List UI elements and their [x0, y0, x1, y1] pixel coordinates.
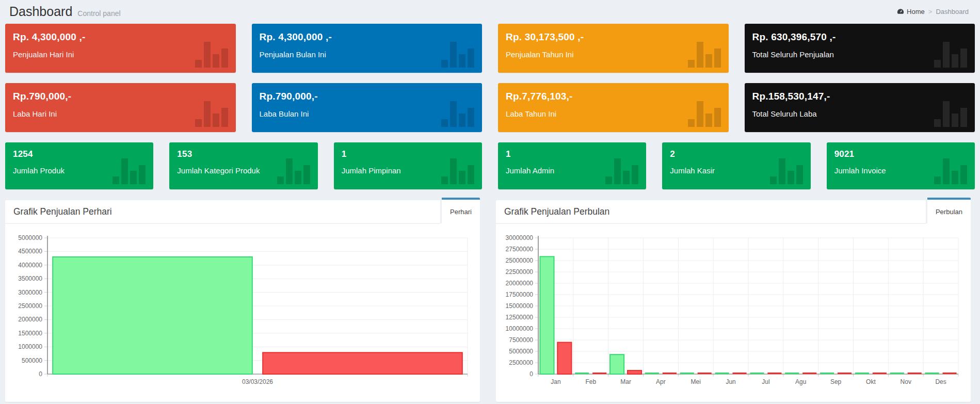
svg-text:2500000: 2500000	[18, 302, 42, 310]
stat-value: Rp.158,530,147,-	[752, 91, 968, 102]
stat-box: Rp. 630,396,570 ,-Total Seluruh Penjuala…	[745, 24, 975, 73]
svg-text:Agu: Agu	[795, 378, 806, 385]
svg-text:22500000: 22500000	[506, 268, 534, 276]
stat-value: 1	[342, 149, 474, 159]
svg-text:Apr: Apr	[656, 378, 666, 385]
svg-text:1000000: 1000000	[18, 343, 42, 350]
svg-text:30000000: 30000000	[506, 234, 534, 241]
svg-text:12500000: 12500000	[506, 314, 534, 321]
tab-perhari[interactable]: Perhari	[442, 198, 480, 223]
panel-perbulan-header: Grafik Penjualan Perbulan Perbulan	[496, 200, 971, 223]
stat-value: Rp. 30,173,500 ,-	[506, 31, 721, 43]
svg-text:5000000: 5000000	[509, 348, 533, 355]
svg-text:10000000: 10000000	[506, 325, 534, 332]
svg-text:3000000: 3000000	[18, 289, 42, 296]
stat-value: 2	[670, 149, 802, 159]
bar-chart-icon	[441, 158, 474, 184]
page-header: Dashboard Control panel Home > Dashboard	[5, 0, 975, 24]
bar-chart-icon	[934, 158, 967, 184]
stat-value: 9021	[834, 149, 967, 159]
stat-box: Rp.790,000,-Laba Hari Ini	[5, 83, 236, 132]
breadcrumb-separator: >	[928, 8, 933, 15]
perhari-bar-chart: 0500000100000015000002000000250000030000…	[9, 227, 476, 397]
svg-text:Mar: Mar	[620, 378, 631, 385]
panel-perhari-header: Grafik Penjualan Perhari Perhari	[5, 200, 480, 223]
svg-text:4000000: 4000000	[18, 262, 42, 269]
svg-text:7500000: 7500000	[509, 336, 533, 344]
breadcrumb: Home > Dashboard	[897, 8, 971, 15]
panel-perhari-body: 0500000100000015000002000000250000030000…	[5, 223, 480, 402]
stat-box: Rp.7,776,103,-Laba Tahun Ini	[498, 83, 729, 132]
svg-text:03/03/2026: 03/03/2026	[242, 378, 273, 385]
page-subtitle: Control panel	[77, 9, 120, 18]
svg-text:0: 0	[39, 370, 42, 378]
stat-value: 1254	[13, 149, 146, 159]
svg-text:0: 0	[529, 370, 533, 378]
panel-perbulan-title: Grafik Penjualan Perbulan	[496, 200, 926, 223]
svg-text:17500000: 17500000	[506, 291, 534, 298]
bar-chart-icon	[195, 42, 228, 68]
count-row: 1254Jumlah Produk153Jumlah Kategori Prod…	[5, 142, 975, 189]
svg-text:25000000: 25000000	[506, 257, 534, 264]
stat-value: Rp. 4,300,000 ,-	[13, 31, 228, 43]
svg-text:5000000: 5000000	[18, 234, 42, 241]
breadcrumb-home-label: Home	[907, 8, 925, 15]
svg-text:500000: 500000	[22, 357, 42, 364]
stat-value: Rp.790,000,-	[260, 91, 475, 102]
svg-text:Jan: Jan	[551, 378, 560, 385]
perbulan-bar-chart: 0250000050000007500000100000001250000015…	[500, 227, 967, 397]
bar-chart-icon	[688, 42, 721, 68]
stat-box: 1Jumlah Admin	[498, 142, 646, 189]
dashboard-content: Dashboard Control panel Home > Dashboard…	[0, 0, 980, 402]
svg-text:Nov: Nov	[901, 378, 911, 385]
bar-chart-icon	[277, 158, 310, 184]
svg-text:1500000: 1500000	[18, 330, 42, 337]
panel-perhari: Grafik Penjualan Perhari Perhari 0500000…	[5, 200, 480, 402]
svg-text:Jun: Jun	[726, 378, 735, 385]
stat-row-laba: Rp.790,000,-Laba Hari IniRp.790,000,-Lab…	[5, 83, 975, 132]
panel-perhari-title: Grafik Penjualan Perhari	[5, 200, 440, 223]
panel-perbulan: Grafik Penjualan Perbulan Perbulan 02500…	[496, 200, 971, 402]
svg-text:4500000: 4500000	[18, 248, 42, 255]
title-wrap: Dashboard Control panel	[9, 4, 121, 19]
stat-value: Rp.790,000,-	[13, 91, 228, 102]
svg-text:3500000: 3500000	[18, 275, 42, 282]
bar-chart-icon	[441, 42, 474, 68]
svg-text:Des: Des	[935, 378, 946, 385]
stat-value: Rp.7,776,103,-	[506, 91, 721, 102]
stat-value: Rp. 4,300,000 ,-	[260, 31, 475, 43]
bar-chart-icon	[113, 158, 146, 184]
svg-text:Mei: Mei	[691, 378, 701, 385]
tab-perbulan[interactable]: Perbulan	[927, 198, 971, 223]
breadcrumb-current: Dashboard	[936, 8, 969, 15]
stat-box: Rp. 4,300,000 ,-Penjualan Hari Ini	[5, 24, 236, 73]
page-title: Dashboard	[9, 4, 72, 19]
stat-box: Rp.790,000,-Laba Bulan Ini	[252, 83, 483, 132]
svg-text:Okt: Okt	[866, 378, 876, 385]
stat-box: 1Jumlah Pimpinan	[334, 142, 482, 189]
bar-chart-icon	[605, 158, 638, 184]
bar-chart-icon	[441, 101, 474, 127]
svg-text:Sep: Sep	[830, 378, 842, 385]
svg-text:Jul: Jul	[762, 378, 769, 385]
stat-box: 2Jumlah Kasir	[662, 142, 810, 189]
stat-box: Rp. 4,300,000 ,-Penjualan Bulan Ini	[252, 24, 483, 73]
stat-box: 1254Jumlah Produk	[5, 142, 153, 189]
svg-text:27500000: 27500000	[506, 246, 534, 253]
breadcrumb-home-link[interactable]: Home	[897, 8, 925, 15]
panel-perbulan-body: 0250000050000007500000100000001250000015…	[496, 223, 971, 402]
bar-chart-icon	[934, 42, 967, 68]
stat-value: 1	[506, 149, 638, 159]
bar-chart-icon	[195, 101, 228, 127]
bar-chart-icon	[934, 101, 967, 127]
stat-box: 153Jumlah Kategori Produk	[169, 142, 317, 189]
bar-chart-icon	[770, 158, 803, 184]
dashboard-icon	[897, 8, 904, 15]
svg-text:2500000: 2500000	[509, 359, 533, 366]
stat-box: 9021Jumlah Invoice	[827, 142, 975, 189]
svg-text:20000000: 20000000	[506, 280, 534, 287]
svg-text:2000000: 2000000	[18, 316, 42, 323]
stat-row-penjualan: Rp. 4,300,000 ,-Penjualan Hari IniRp. 4,…	[5, 24, 975, 73]
stat-box: Rp. 30,173,500 ,-Penjualan Tahun Ini	[498, 24, 729, 73]
svg-text:Feb: Feb	[585, 378, 596, 385]
